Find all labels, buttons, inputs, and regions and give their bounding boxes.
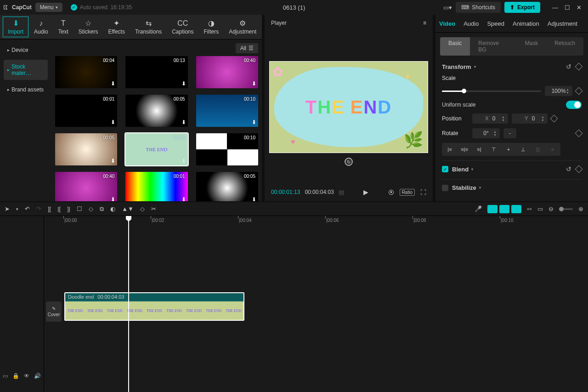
cover-button[interactable]: ✎ Cover [46,301,62,322]
reverse-icon[interactable]: ◐ [110,205,115,212]
tool-tab-effects[interactable]: ✦Effects [103,17,129,37]
tool-tab-text[interactable]: TText [54,17,73,37]
playhead[interactable] [128,216,129,392]
close-button[interactable]: ✕ [577,4,582,11]
download-icon[interactable]: ⬇ [111,158,115,164]
inspector-tab-animation[interactable]: Animation [513,20,539,27]
track-visibility-icon[interactable]: 👁 [24,373,29,379]
inspector-tab-video[interactable]: Video [439,20,455,27]
tool-tab-transitions[interactable]: ⇆Transitions [130,17,166,37]
transform-section-title[interactable]: Transform [442,63,476,70]
category-brand-assets[interactable]: Brand assets [4,83,48,97]
asset-item[interactable]: 00:13⬇ [125,56,187,88]
ratio-button[interactable]: Ratio [400,189,415,196]
asset-item[interactable]: 00:40⬇ [55,172,117,201]
position-y-field[interactable]: Y 0 ▲▼ [512,114,548,124]
asset-item[interactable]: 00:05⬇ [55,133,117,165]
zoom-slider[interactable] [559,208,573,210]
magnet-2-icon[interactable] [499,205,509,213]
asset-item[interactable]: 00:05⬇ [196,172,258,201]
preview-toggle-icon[interactable]: ▭ [537,205,543,212]
export-button[interactable]: ⬆ Export [504,2,540,13]
asset-item[interactable]: 00:04⬇ [55,56,117,88]
position-x-field[interactable]: X 0 ▲▼ [472,114,508,124]
transform-keyframe-icon[interactable] [575,63,583,71]
mic-icon[interactable]: 🎤 [475,205,482,212]
asset-item[interactable]: 00:01⬇ [55,95,117,127]
asset-filter-button[interactable]: All ☰ [236,43,258,53]
zoom-out-icon[interactable]: ⊖ [548,205,554,212]
track-mute-icon[interactable]: 🔊 [34,373,41,379]
scale-value-field[interactable]: 100% ▲▼ [545,86,572,96]
subtab-retouch[interactable]: Retouch [546,37,583,56]
distribute-h-icon[interactable]: ||| [532,145,544,154]
blend-checkbox[interactable]: ✓ [442,166,448,172]
tool-tab-stickers[interactable]: ☆Stickers [74,17,103,37]
maximize-button[interactable]: ☐ [565,4,570,11]
download-icon[interactable]: ⬇ [181,80,186,87]
download-icon[interactable]: ⬇ [181,196,186,201]
subtab-basic[interactable]: Basic [440,37,470,56]
track-settings-icon[interactable]: ▭ [3,373,8,379]
pointer-tool-icon[interactable]: ➤ [5,205,10,212]
rotate-field[interactable]: 0° ▲▼ [472,128,500,138]
download-icon[interactable]: ⬇ [252,158,256,164]
zoom-in-icon[interactable]: ⊕ [578,205,583,212]
align-top-icon[interactable]: ⊤ [488,145,500,154]
subtab-remove-bg[interactable]: Remove BG [470,37,516,56]
tool-tab-captions[interactable]: CCCaptions [167,17,198,37]
align-right-icon[interactable]: ≡| [473,145,485,154]
inspector-tab-speed[interactable]: Speed [487,20,504,27]
player-menu-icon[interactable]: ≡ [423,20,426,26]
delete-icon[interactable]: ☐ [77,205,82,212]
scale-slider[interactable] [442,91,541,92]
shortcuts-button[interactable]: ⌨ Shortcuts [456,2,501,13]
align-center-v-icon[interactable]: + [503,145,514,154]
focus-icon[interactable]: ⦿ [388,189,394,196]
timeline-clip[interactable]: Doodle end 00:00:04:03 THE ENDTHE ENDTHE… [64,292,244,321]
transform-reset-icon[interactable]: ↺ [566,63,571,70]
mirror-icon[interactable]: ▲▼ [122,205,134,212]
pointer-dropdown-icon[interactable]: ▾ [16,207,18,211]
track-lock-icon[interactable]: 🔒 [12,373,19,379]
asset-item[interactable]: 00:05⬇ [125,95,187,127]
fullscreen-icon[interactable]: ⛶ [420,189,426,196]
magnet-1-icon[interactable] [487,205,498,213]
compare-icon[interactable]: ▤ [339,189,344,196]
step-down-icon[interactable]: ▼ [566,91,571,94]
rotate-handle[interactable]: ↻ [345,158,353,166]
stabilize-checkbox[interactable] [442,185,448,191]
trim-left-icon[interactable]: |[ [57,205,61,212]
layout-icon[interactable]: ▭▾ [443,4,452,11]
play-button[interactable]: ▶ [363,188,368,196]
download-icon[interactable]: ⬇ [111,196,115,201]
step-up-icon[interactable]: ▲ [566,88,571,91]
blend-reset-icon[interactable]: ↺ [566,165,571,173]
uniform-scale-toggle[interactable] [566,101,582,109]
asset-item[interactable]: 00:40⬇ [196,56,258,88]
download-icon[interactable]: ⬇ [111,80,115,87]
stabilize-section-title[interactable]: Stabilize [452,184,481,191]
bookmark-icon[interactable]: ◇ [89,205,93,212]
blend-keyframe-icon[interactable] [575,165,583,173]
category-stock-mater-[interactable]: Stock mater… [4,60,48,80]
align-center-h-icon[interactable]: ≡|≡ [458,145,470,154]
trim-right-icon[interactable]: ]| [67,205,70,212]
inspector-tab-audio[interactable]: Audio [464,20,479,27]
download-icon[interactable]: ⬇ [252,80,256,87]
minimize-button[interactable]: — [552,4,558,11]
tool-tab-audio[interactable]: ♪Audio [29,17,53,37]
preview-canvas[interactable]: THE END ✿ ✦ 🌿 ♥ [269,61,428,153]
menu-button[interactable]: Menu ▾ [35,3,62,12]
download-icon[interactable]: ⬇ [252,196,256,201]
tool-tab-adjustment[interactable]: ⚙Adjustment [224,17,261,37]
mirror-field[interactable]: - [503,128,516,138]
align-bottom-icon[interactable]: ⊥ [517,145,529,154]
inspector-tab-adjustment[interactable]: Adjustment [548,20,577,27]
download-icon[interactable]: ⬇ [181,119,186,125]
position-keyframe-icon[interactable] [550,115,558,123]
magnet-3-icon[interactable] [511,205,521,213]
scale-keyframe-icon[interactable] [575,87,583,95]
tool-tab-import[interactable]: ⬇Import [3,17,28,37]
distribute-v-icon[interactable]: ≡ [547,145,559,154]
